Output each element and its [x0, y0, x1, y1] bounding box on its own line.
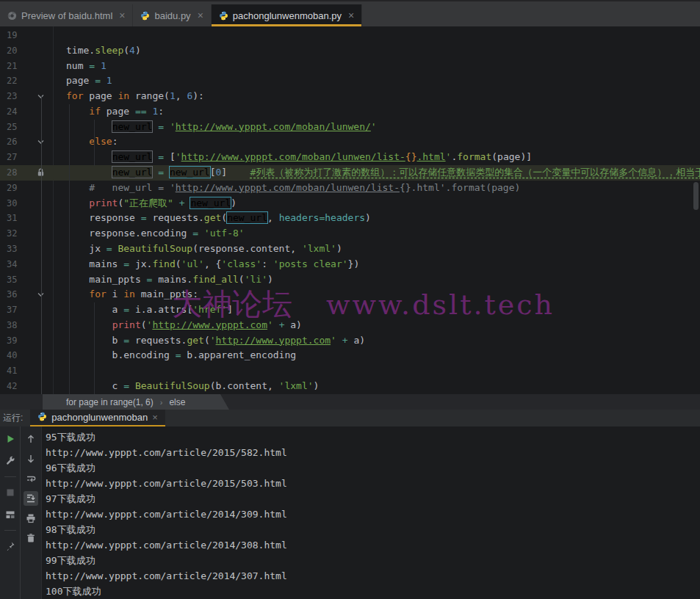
code-text [53, 28, 700, 43]
code-line[interactable]: 39 b = requests.get('http://www.ypppt.co… [0, 333, 700, 349]
line-number[interactable]: 25 [0, 120, 29, 135]
soft-wrap-button[interactable] [24, 471, 38, 486]
pin-tab-button[interactable] [3, 539, 18, 553]
code-text: if page == 1: [53, 104, 700, 120]
editor-tab[interactable]: baidu.py× [133, 4, 211, 26]
line-number[interactable]: 19 [0, 28, 29, 43]
run-tab[interactable]: pachonglunwenmoban × [30, 410, 165, 426]
console-line: http://www.ypppt.com/article/2014/309.ht… [46, 507, 700, 522]
code-line[interactable]: 22page = 1 [0, 73, 700, 89]
breadcrumb-item-else[interactable]: else [169, 397, 185, 407]
gutter-space[interactable] [29, 59, 53, 74]
line-number[interactable]: 31 [0, 211, 29, 226]
code-line[interactable]: 36 for i in main_ppts: [0, 287, 700, 302]
code-line[interactable]: 30 print("正在爬取" + new_url) [0, 196, 700, 211]
line-number[interactable]: 30 [0, 196, 29, 211]
code-line[interactable]: 20time.sleep(4) [0, 43, 700, 59]
editor-tab-bar: Preview of baidu.html×baidu.py×pachonglu… [0, 0, 700, 26]
code-line[interactable]: 28 new_url = new_url[0] #列表（被称为打了激素的数组）：… [0, 165, 700, 181]
code-line[interactable]: 19 [0, 28, 700, 43]
code-text: a = i.a.attrs['href'] [53, 302, 700, 318]
code-line[interactable]: 21num = 1 [0, 59, 700, 74]
line-number[interactable]: 36 [0, 287, 29, 302]
code-text: for i in main_ppts: [53, 287, 700, 302]
console-output[interactable]: 95下载成功http://www.ypppt.com/article/2015/… [46, 429, 700, 599]
rerun-button[interactable] [3, 432, 18, 446]
next-occurrence-button[interactable] [24, 451, 38, 466]
code-line[interactable]: 38 print('http://www.ypppt.com' + a) [0, 318, 700, 333]
gutter-space[interactable] [29, 43, 53, 59]
code-line[interactable]: 31 response = requests.get(new_url, head… [0, 211, 700, 226]
code-line[interactable]: 23for page in range(1, 6): [0, 89, 700, 104]
clear-console-button[interactable] [24, 531, 38, 545]
stop-button[interactable] [3, 485, 18, 500]
globe-icon [7, 11, 17, 21]
prev-occurrence-button[interactable] [24, 432, 38, 446]
run-panel-label: 运行: [0, 412, 30, 424]
print-button[interactable] [24, 511, 38, 526]
line-number[interactable]: 24 [0, 104, 29, 120]
line-number[interactable]: 23 [0, 89, 29, 104]
fold-guide-line [41, 96, 42, 394]
code-line[interactable]: 37 a = i.a.attrs['href'] [0, 302, 700, 318]
breadcrumb-item-for-loop[interactable]: for page in range(1, 6) [66, 397, 154, 407]
line-number[interactable]: 21 [0, 59, 29, 74]
restore-layout-button[interactable] [3, 507, 18, 522]
chevron-right-icon: › [160, 398, 163, 407]
indent-guide [94, 302, 95, 394]
code-line[interactable]: 32 response.encoding = 'utf-8' [0, 226, 700, 242]
close-icon[interactable]: × [152, 412, 158, 423]
code-line[interactable]: 26 else: [0, 134, 700, 150]
line-number[interactable]: 37 [0, 302, 29, 318]
line-number[interactable]: 22 [0, 73, 29, 89]
settings-button[interactable] [3, 454, 18, 468]
line-number[interactable]: 20 [0, 43, 29, 59]
line-number[interactable]: 27 [0, 150, 29, 165]
close-icon[interactable]: × [119, 10, 125, 21]
gutter-space[interactable] [29, 28, 53, 43]
line-number[interactable]: 28 [0, 165, 29, 181]
line-number[interactable]: 35 [0, 272, 29, 288]
code-line[interactable]: 29 # new_url = 'http://www.ypppt.com/mob… [0, 181, 700, 196]
code-text: new_url = 'http://www.ypppt.com/moban/lu… [53, 120, 700, 135]
line-number[interactable]: 26 [0, 134, 29, 150]
gutter-space[interactable] [29, 73, 53, 89]
code-line[interactable]: 35 main_ppts = mains.find_all('li') [0, 272, 700, 288]
editor-scrollbar[interactable] [693, 182, 699, 210]
arrow-down-icon [26, 454, 36, 464]
line-number[interactable]: 34 [0, 257, 29, 272]
line-number[interactable]: 29 [0, 181, 29, 196]
toolbar-divider [4, 530, 16, 531]
code-line[interactable]: 34 mains = jx.find('ul', {'class': 'post… [0, 257, 700, 272]
code-line[interactable]: 27 new_url = ['http://www.ypppt.com/moba… [0, 150, 700, 165]
editor-tab[interactable]: Preview of baidu.html× [0, 4, 133, 26]
close-icon[interactable]: × [348, 10, 354, 21]
line-number[interactable]: 40 [0, 348, 29, 363]
layout-icon [5, 509, 15, 520]
code-line[interactable]: 40 b.encoding = b.apparent_encoding [0, 348, 700, 363]
code-text: num = 1 [53, 59, 700, 74]
scroll-to-end-button[interactable] [24, 491, 38, 506]
code-editor[interactable]: 1920time.sleep(4)21num = 122page = 123fo… [0, 26, 700, 394]
code-line[interactable]: 24 if page == 1: [0, 104, 700, 120]
code-line[interactable]: 25 new_url = 'http://www.ypppt.com/moban… [0, 120, 700, 135]
code-line[interactable]: 33 jx = BeautifulSoup(response.content, … [0, 242, 700, 257]
code-text [53, 363, 700, 379]
line-number[interactable]: 33 [0, 242, 29, 257]
code-line[interactable]: 41 [0, 363, 700, 379]
python-icon [37, 412, 47, 424]
line-number[interactable]: 41 [0, 363, 29, 379]
console-line: 96下载成功 [46, 460, 700, 476]
line-number[interactable]: 42 [0, 379, 29, 394]
line-number[interactable]: 32 [0, 226, 29, 242]
close-icon[interactable]: × [198, 10, 203, 21]
line-number[interactable]: 38 [0, 318, 29, 333]
code-line[interactable]: 42 c = BeautifulSoup(b.content, 'lxml') [0, 379, 700, 394]
code-text: print("正在爬取" + new_url) [53, 196, 700, 211]
code-text: time.sleep(4) [53, 43, 700, 59]
arrow-up-icon [26, 434, 36, 444]
indent-guide [69, 104, 70, 394]
line-number[interactable]: 39 [0, 333, 29, 349]
python-icon [37, 412, 47, 421]
editor-tab[interactable]: pachonglunwenmoban.py× [212, 4, 362, 26]
